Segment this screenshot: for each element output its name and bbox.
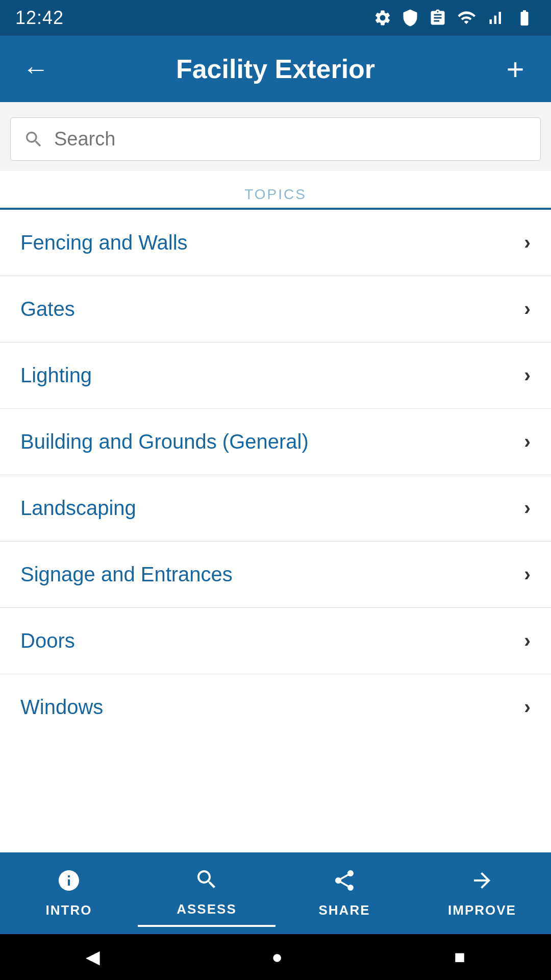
intro-nav-icon xyxy=(57,868,81,898)
share-nav-label: SHARE xyxy=(318,902,370,918)
shield-icon xyxy=(401,9,419,27)
topics-label: TOPICS xyxy=(0,171,551,208)
wifi-icon xyxy=(456,9,477,27)
topic-item[interactable]: Landscaping › xyxy=(0,475,551,542)
improve-nav-icon xyxy=(470,868,494,898)
add-button[interactable]: + xyxy=(500,52,531,87)
android-nav-bar: ◀ ● ■ xyxy=(0,934,551,980)
nav-item-assess[interactable]: ASSESS xyxy=(138,860,276,927)
topic-label: Building and Grounds (General) xyxy=(20,430,309,453)
topic-label: Gates xyxy=(20,298,75,321)
topic-label: Windows xyxy=(20,696,103,719)
topic-item[interactable]: Building and Grounds (General) › xyxy=(0,409,551,475)
topic-item[interactable]: Lighting › xyxy=(0,342,551,409)
back-button[interactable]: ← xyxy=(20,54,51,84)
status-time: 12:42 xyxy=(15,7,64,29)
bottom-nav: INTRO ASSESS SHARE IMPROVE xyxy=(0,852,551,934)
recents-nav-button[interactable]: ■ xyxy=(454,946,465,968)
settings-icon xyxy=(373,9,392,27)
search-icon xyxy=(23,129,44,150)
topic-label: Signage and Entrances xyxy=(20,563,233,586)
nav-item-intro[interactable]: INTRO xyxy=(0,861,138,926)
assess-nav-label: ASSESS xyxy=(177,901,237,917)
topic-label: Doors xyxy=(20,629,75,652)
topic-item[interactable]: Doors › xyxy=(0,608,551,674)
chevron-right-icon: › xyxy=(524,431,531,453)
topic-label: Fencing and Walls xyxy=(20,231,188,254)
assess-nav-icon xyxy=(194,867,219,897)
nav-item-improve[interactable]: IMPROVE xyxy=(413,861,551,926)
search-box[interactable] xyxy=(10,117,541,161)
status-icons xyxy=(373,9,536,27)
intro-nav-label: INTRO xyxy=(46,902,92,918)
page-title: Facility Exterior xyxy=(51,54,500,84)
topics-list: Fencing and Walls › Gates › Lighting › B… xyxy=(0,210,551,740)
topic-item[interactable]: Gates › xyxy=(0,276,551,342)
signal-icon xyxy=(486,9,504,27)
chevron-right-icon: › xyxy=(524,232,531,254)
search-input[interactable] xyxy=(54,128,528,150)
clipboard-icon xyxy=(429,9,447,27)
topic-label: Landscaping xyxy=(20,497,136,520)
chevron-right-icon: › xyxy=(524,630,531,652)
back-nav-button[interactable]: ◀ xyxy=(86,946,100,968)
chevron-right-icon: › xyxy=(524,298,531,320)
home-nav-button[interactable]: ● xyxy=(271,946,283,968)
status-bar: 12:42 xyxy=(0,0,551,36)
chevron-right-icon: › xyxy=(524,564,531,585)
share-nav-icon xyxy=(332,868,357,898)
chevron-right-icon: › xyxy=(524,696,531,718)
search-container xyxy=(0,102,551,171)
app-header: ← Facility Exterior + xyxy=(0,36,551,102)
battery-icon xyxy=(513,9,536,27)
chevron-right-icon: › xyxy=(524,364,531,386)
topic-label: Lighting xyxy=(20,364,92,387)
topic-item[interactable]: Fencing and Walls › xyxy=(0,210,551,276)
topic-item[interactable]: Signage and Entrances › xyxy=(0,542,551,608)
improve-nav-label: IMPROVE xyxy=(448,902,516,918)
nav-item-share[interactable]: SHARE xyxy=(276,861,413,926)
topic-item[interactable]: Windows › xyxy=(0,674,551,740)
chevron-right-icon: › xyxy=(524,497,531,519)
